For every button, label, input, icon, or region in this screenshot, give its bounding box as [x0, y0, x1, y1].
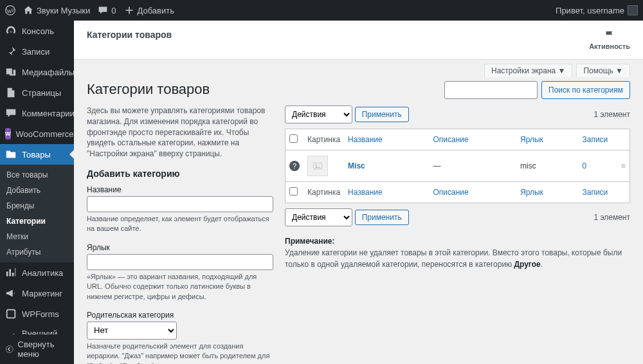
menu-posts[interactable]: Записи [0, 41, 74, 62]
submenu-categories[interactable]: Категории [0, 214, 74, 229]
categories-table: Картинка Название Описание Ярлык Записи … [285, 129, 630, 203]
admin-bar: Звуки Музыки 0 Добавить Привет, username [0, 0, 643, 21]
menu-marketing[interactable]: Маркетинг [0, 283, 74, 304]
home-icon [23, 5, 33, 15]
parent-desc: Назначьте родительский элемент для созда… [87, 341, 273, 364]
menu-pages[interactable]: Страницы [0, 82, 74, 103]
add-category-heading: Добавить категорию [87, 168, 273, 179]
menu-media[interactable]: Медиафайлы [0, 62, 74, 82]
note: Примечание: Удаление категории не удаляе… [285, 235, 630, 270]
flag-icon [604, 30, 615, 41]
slug-input[interactable] [87, 254, 273, 270]
submenu-attributes[interactable]: Атрибуты [0, 244, 74, 260]
svg-rect-6 [314, 163, 322, 169]
svg-point-5 [6, 346, 13, 353]
name-desc: Название определяет, как элемент будет о… [87, 214, 273, 234]
megaphone-icon [5, 287, 17, 299]
col-count[interactable]: Записи [583, 135, 608, 144]
pin-icon [5, 46, 17, 57]
folder-icon [5, 149, 17, 160]
svg-rect-1 [7, 310, 15, 318]
chart-icon [5, 267, 17, 278]
screen-options-tab[interactable]: Настройки экрана ▼ [484, 64, 572, 77]
select-all-bottom[interactable] [289, 187, 298, 196]
comment-icon [98, 5, 108, 15]
col-image: Картинка [303, 129, 344, 150]
main-content: Категории товаров Активность Настройки э… [74, 21, 643, 364]
row-slug: misc [516, 150, 578, 182]
apply-button-bottom[interactable]: Применить [355, 210, 409, 225]
avatar [628, 5, 638, 15]
account-link[interactable]: Привет, username [556, 5, 638, 15]
svg-point-7 [315, 164, 316, 165]
products-submenu: Все товары Добавить Бренды Категории Мет… [0, 165, 74, 262]
submenu-brands[interactable]: Бренды [0, 198, 74, 214]
col-name[interactable]: Название [348, 135, 383, 144]
submenu-tags[interactable]: Метки [0, 229, 74, 244]
row-desc: — [429, 150, 516, 182]
items-count-top: 1 элемент [593, 110, 630, 119]
table-row: ? Misc — misc 0 ≡ [285, 150, 630, 182]
row-count-link[interactable]: 0 [583, 161, 587, 170]
select-all-top[interactable] [289, 134, 298, 143]
slug-label: Ярлык [87, 243, 273, 252]
submenu-all-products[interactable]: Все товары [0, 167, 74, 183]
category-thumb [307, 156, 328, 176]
parent-label: Родительская категория [87, 311, 273, 320]
add-new-link[interactable]: Добавить [124, 5, 174, 15]
site-link[interactable]: Звуки Музыки [23, 5, 90, 15]
plus-icon [124, 5, 134, 15]
search-input[interactable] [444, 81, 538, 99]
comments-link[interactable]: 0 [98, 5, 116, 15]
wp-logo[interactable] [5, 5, 15, 15]
col-desc[interactable]: Описание [433, 135, 468, 144]
intro-text: Здесь вы можете управлять категориями то… [87, 105, 273, 159]
woo-icon: W [5, 128, 11, 140]
bulk-action-select-bottom[interactable]: Действия [285, 208, 352, 226]
items-count-bottom: 1 элемент [593, 213, 630, 222]
slug-desc: «Ярлык» — это вариант названия, подходящ… [87, 272, 273, 302]
form-icon [5, 308, 17, 320]
col-slug[interactable]: Ярлык [520, 135, 543, 144]
submenu-add[interactable]: Добавить [0, 183, 74, 198]
help-icon[interactable]: ? [289, 161, 300, 171]
row-name-link[interactable]: Misc [348, 161, 365, 170]
wc-header: Категории товаров Активность [74, 21, 643, 60]
dashboard-icon [5, 25, 17, 37]
image-placeholder-icon [312, 161, 323, 171]
page-title: Категории товаров [87, 81, 273, 98]
parent-select[interactable]: Нет [87, 322, 177, 340]
comment-icon [5, 107, 17, 119]
collapse-icon [5, 344, 14, 354]
media-icon [5, 66, 17, 78]
menu-wpforms[interactable]: WPForms [0, 304, 74, 324]
menu-products[interactable]: Товары [0, 144, 74, 165]
activity-panel[interactable]: Активность [589, 30, 630, 50]
page-icon [5, 87, 17, 98]
name-input[interactable] [87, 196, 273, 212]
menu-woocommerce[interactable]: WWooCommerce [0, 123, 74, 144]
search-button[interactable]: Поиск по категориям [541, 81, 630, 99]
apply-button-top[interactable]: Применить [355, 107, 409, 122]
menu-comments[interactable]: Комментарии [0, 103, 74, 123]
header-title: Категории товаров [87, 30, 172, 40]
collapse-menu[interactable]: Свернуть меню [0, 334, 74, 364]
menu-analytics[interactable]: Аналитика [0, 262, 74, 283]
name-label: Название [87, 185, 273, 194]
admin-sidebar: Консоль Записи Медиафайлы Страницы Комме… [0, 21, 74, 364]
bulk-action-select-top[interactable]: Действия [285, 105, 352, 123]
menu-dashboard[interactable]: Консоль [0, 21, 74, 41]
drag-handle[interactable]: ≡ [617, 150, 630, 182]
help-tab[interactable]: Помощь ▼ [576, 64, 630, 77]
